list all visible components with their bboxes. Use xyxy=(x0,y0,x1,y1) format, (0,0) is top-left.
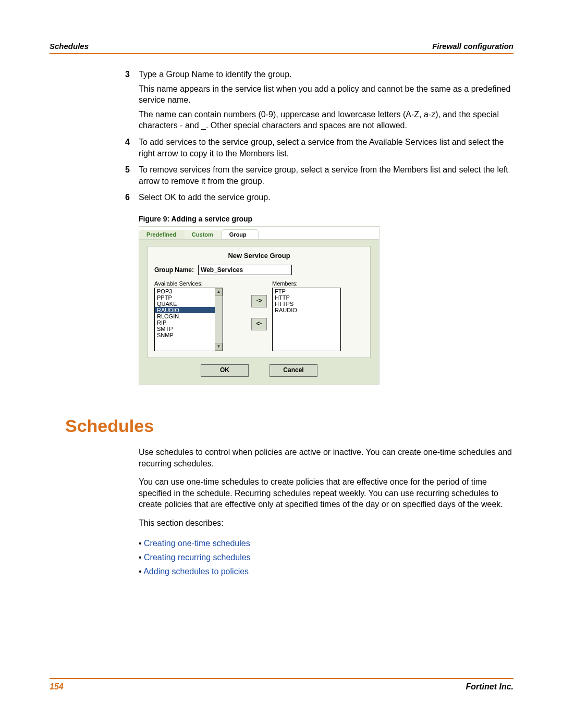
list-item[interactable]: HTTP xyxy=(273,294,340,301)
schedules-links: Creating one-time schedules Creating rec… xyxy=(139,536,513,579)
schedules-p1: Use schedules to control when policies a… xyxy=(139,447,513,469)
move-left-button[interactable]: <- xyxy=(251,318,267,330)
scroll-up-icon[interactable]: ▲ xyxy=(215,288,223,296)
list-item[interactable]: POP3 xyxy=(155,288,223,294)
list-item[interactable]: PPTP xyxy=(155,294,223,301)
scrollbar[interactable]: ▲ ▼ xyxy=(215,288,223,351)
list-item[interactable]: FTP xyxy=(273,288,340,294)
page-number: 154 xyxy=(50,682,64,692)
group-name-input[interactable] xyxy=(198,265,292,275)
schedules-p3: This section describes: xyxy=(139,517,513,529)
list-item[interactable]: HTTPS xyxy=(273,301,340,307)
footer-right: Fortinet Inc. xyxy=(466,682,513,692)
link-one-time[interactable]: Creating one-time schedules xyxy=(144,539,250,548)
available-label: Available Services: xyxy=(154,280,246,287)
service-group-dialog: Predefined Custom Group New Service Grou… xyxy=(139,226,380,385)
tab-group[interactable]: Group xyxy=(222,229,259,239)
list-item[interactable]: SNMP xyxy=(155,332,223,338)
list-item[interactable]: RAUDIO xyxy=(273,307,340,313)
step-6-body: Select OK to add the service group. xyxy=(139,192,513,206)
list-item[interactable]: SMTP xyxy=(155,326,223,332)
tab-predefined[interactable]: Predefined xyxy=(139,230,188,239)
cancel-button[interactable]: Cancel xyxy=(270,364,317,377)
step-3-num: 3 xyxy=(125,69,139,134)
ok-button[interactable]: OK xyxy=(201,364,249,377)
header-right: Firewall configuration xyxy=(432,42,513,51)
list-item[interactable]: QUAKE xyxy=(155,301,223,307)
available-services-list[interactable]: POP3 PPTP QUAKE RAUDIO RLOGIN RIP SMTP S… xyxy=(154,288,223,351)
step-5-body: To remove services from the service grou… xyxy=(139,164,513,190)
step-3-p1: Type a Group Name to identify the group. xyxy=(139,69,513,80)
header-left: Schedules xyxy=(50,42,89,51)
group-name-label: Group Name: xyxy=(154,266,194,274)
header-rule xyxy=(50,53,513,54)
step-3-p2: This name appears in the service list wh… xyxy=(139,83,513,106)
step-3-p3: The name can contain numbers (0-9), uppe… xyxy=(139,109,513,131)
schedules-p2: You can use one-time schedules to create… xyxy=(139,476,513,510)
step-6-p1: Select OK to add the service group. xyxy=(139,192,513,203)
tab-bar: Predefined Custom Group xyxy=(139,227,379,240)
members-list[interactable]: FTP HTTP HTTPS RAUDIO xyxy=(272,288,341,351)
members-label: Members: xyxy=(272,280,364,287)
move-right-button[interactable]: -> xyxy=(251,295,267,307)
link-recurring[interactable]: Creating recurring schedules xyxy=(144,553,251,562)
footer-rule xyxy=(50,678,513,679)
step-6-num: 6 xyxy=(125,192,139,206)
figure-caption: Figure 9: Adding a service group xyxy=(139,215,513,223)
step-4-p1: To add services to the service group, se… xyxy=(139,137,513,159)
step-5-p1: To remove services from the service grou… xyxy=(139,164,513,187)
list-item[interactable]: RAUDIO xyxy=(155,307,223,313)
list-item[interactable]: RIP xyxy=(155,319,223,326)
step-3-body: Type a Group Name to identify the group.… xyxy=(139,69,513,134)
link-adding[interactable]: Adding schedules to policies xyxy=(143,567,249,576)
step-5-num: 5 xyxy=(125,164,139,190)
section-heading-schedules: Schedules xyxy=(65,416,513,436)
scroll-down-icon[interactable]: ▼ xyxy=(215,343,223,351)
step-4-num: 4 xyxy=(125,137,139,162)
dialog-title: New Service Group xyxy=(154,252,364,260)
step-4-body: To add services to the service group, se… xyxy=(139,137,513,162)
tab-custom[interactable]: Custom xyxy=(185,230,225,239)
list-item[interactable]: RLOGIN xyxy=(155,313,223,319)
